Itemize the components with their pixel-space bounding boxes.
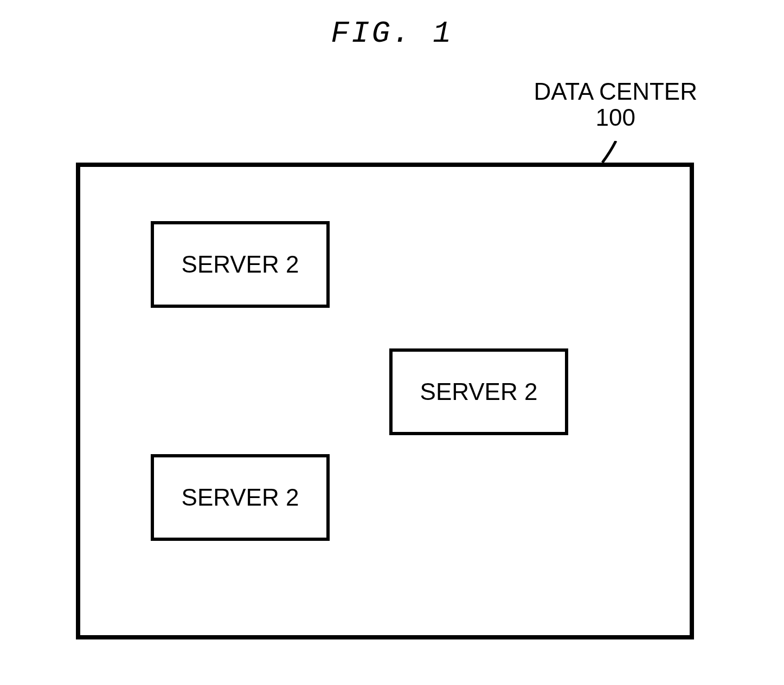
- server-label: SERVER 2: [420, 378, 538, 405]
- data-center-container: SERVER 2 SERVER 2 SERVER 2: [76, 163, 694, 639]
- server-box-2: SERVER 2: [389, 348, 568, 435]
- server-label: SERVER 2: [182, 484, 299, 511]
- figure-title: FIG. 1: [331, 16, 453, 51]
- server-box-1: SERVER 2: [151, 221, 330, 308]
- server-box-3: SERVER 2: [151, 454, 330, 541]
- data-center-label-text: DATA CENTER: [534, 79, 697, 105]
- data-center-label-number: 100: [534, 105, 697, 131]
- data-center-label: DATA CENTER 100: [534, 79, 697, 131]
- server-label: SERVER 2: [182, 251, 299, 278]
